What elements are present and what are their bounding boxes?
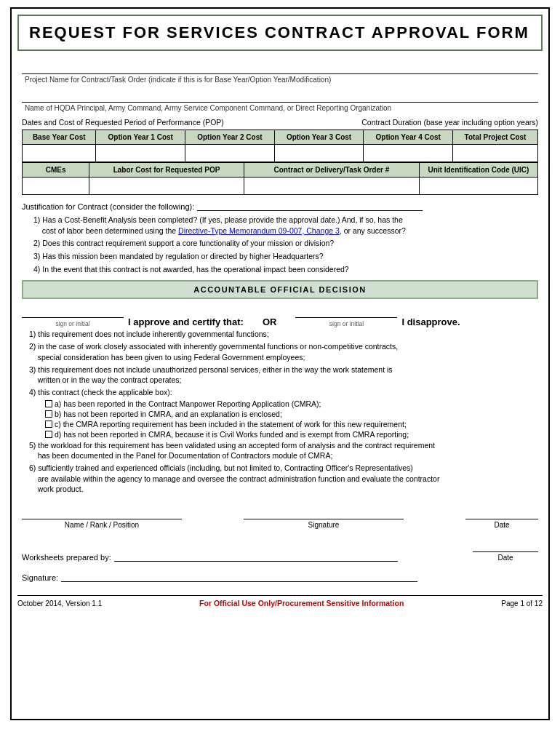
labor-cost-header: Labor Cost for Requested POP	[89, 163, 244, 178]
checkbox-d-label: d) has not been reported in CMRA, becaus…	[55, 430, 409, 439]
date-group: Date	[465, 506, 538, 529]
title-box: REQUEST FOR SERVICES CONTRACT APPROVAL F…	[17, 15, 543, 51]
checkbox-item-a: a) has been reported in the Contract Man…	[45, 399, 538, 408]
worksheets-input[interactable]	[114, 549, 398, 562]
cost-header-total: Total Project Cost	[452, 130, 537, 145]
justification-item-1: 1) Has a Cost-Benefit Analysis been comp…	[33, 215, 538, 236]
justification-section: Justification for Contract (consider the…	[22, 201, 538, 274]
project-name-section: Project Name for Contract/Task Order (in…	[22, 61, 538, 84]
total-cost-cell[interactable]	[452, 145, 537, 162]
sig-input2[interactable]	[61, 569, 417, 582]
hqda-section: Name of HQDA Principal, Army Command, Ar…	[22, 89, 538, 112]
justification-items: 1) Has a Cost-Benefit Analysis been comp…	[22, 215, 538, 274]
worksheets-date-label: Date	[473, 554, 538, 562]
checkbox-a-label: a) has been reported in the Contract Man…	[55, 399, 321, 408]
approve-text: I approve and certify that:	[128, 316, 244, 327]
name-rank-field[interactable]	[22, 506, 182, 519]
justification-item-2: 2) Does this contract requirement suppor…	[33, 238, 538, 249]
justification-item-4: 4) In the event that this contract is no…	[33, 264, 538, 275]
oy1-cost-cell[interactable]	[96, 145, 185, 162]
checkbox-c-label: c) the CMRA reporting requirement has be…	[55, 420, 407, 429]
uic-cell[interactable]	[419, 178, 537, 195]
checkbox-item-b: b) has not been reported in CMRA, and an…	[45, 410, 538, 418]
disapprove-sign-line[interactable]	[295, 305, 397, 318]
worksheets-date-group: Date	[473, 539, 538, 562]
sig-label2: Signature:	[22, 573, 58, 582]
checkbox-a[interactable]	[45, 400, 52, 407]
sig-row2: Signature:	[22, 569, 538, 582]
project-name-label: Project Name for Contract/Task Order (in…	[25, 76, 538, 84]
checkbox-c[interactable]	[45, 421, 52, 428]
disapprove-sign-label: sign or initial	[295, 320, 397, 327]
or-text: OR	[263, 316, 277, 327]
cert-item-5: 5) the workload for this requirement has…	[29, 440, 538, 461]
labor-cost-cell[interactable]	[89, 178, 244, 195]
checkbox-group: a) has been reported in the Contract Man…	[29, 399, 538, 439]
oy3-cost-cell[interactable]	[274, 145, 364, 162]
hqda-input[interactable]	[22, 89, 538, 103]
date-field[interactable]	[465, 506, 538, 519]
cost-header-base: Base Year Cost	[23, 130, 96, 145]
name-rank-group: Name / Rank / Position	[22, 506, 182, 529]
worksheets-label: Worksheets prepared by:	[22, 553, 111, 562]
cost-header-oy2: Option Year 2 Cost	[185, 130, 275, 145]
signature-label: Signature	[244, 521, 404, 529]
oy2-cost-cell[interactable]	[185, 145, 275, 162]
name-rank-label: Name / Rank / Position	[22, 521, 182, 529]
footer-right: Page 1 of 12	[501, 599, 543, 607]
checkbox-item-c: c) the CMRA reporting requirement has be…	[45, 420, 538, 429]
footer-center: For Official Use Only/Procurement Sensit…	[199, 599, 404, 607]
cost-header-oy3: Option Year 3 Cost	[274, 130, 364, 145]
date-label: Date	[465, 521, 538, 529]
footer: October 2014, Version 1.1 For Official U…	[17, 595, 543, 607]
disapprove-text: I disapprove.	[401, 316, 460, 327]
cost-header-oy4: Option Year 4 Cost	[364, 130, 453, 145]
worksheets-row: Worksheets prepared by: Date	[22, 539, 538, 562]
checkbox-item-d: d) has not been reported in CMRA, becaus…	[45, 430, 538, 439]
justification-label: Justification for Contract (consider the…	[22, 202, 194, 211]
cost-table-row	[23, 145, 538, 162]
cert-item-1: 1) this requirement does not include inh…	[29, 329, 538, 340]
signature-field[interactable]	[244, 506, 404, 519]
cert-item-3: 3) this requirement does not include una…	[29, 364, 538, 386]
checkbox-d[interactable]	[45, 431, 52, 438]
contract-delivery-cell[interactable]	[244, 178, 419, 195]
directive-link[interactable]: Directive-Type Memorandum 09-007, Change…	[178, 226, 340, 235]
page: REQUEST FOR SERVICES CONTRACT APPROVAL F…	[0, 0, 560, 745]
contract-delivery-header: Contract or Delivery/Task Order #	[244, 163, 419, 178]
form-body: Project Name for Contract/Task Order (in…	[17, 58, 543, 585]
oy4-cost-cell[interactable]	[364, 145, 453, 162]
contract-duration-label: Contract Duration (base year including o…	[361, 118, 538, 127]
hqda-label: Name of HQDA Principal, Army Command, Ar…	[25, 104, 538, 112]
cmes-header: CMEs	[23, 163, 89, 178]
cmes-table: CMEs Labor Cost for Requested POP Contra…	[22, 162, 538, 195]
approve-sign-group: sign or initial	[22, 305, 124, 327]
dates-label: Dates and Cost of Requested Period of Pe…	[22, 118, 224, 127]
cmes-table-row	[23, 178, 538, 195]
checkbox-b[interactable]	[45, 410, 52, 418]
project-name-input[interactable]	[22, 61, 538, 74]
cert-item-6: 6) sufficiently trained and experienced …	[29, 463, 538, 495]
approve-sign-line[interactable]	[22, 305, 124, 318]
footer-left: October 2014, Version 1.1	[17, 599, 102, 607]
disapprove-sign-group: sign or initial	[295, 305, 397, 327]
uic-header: Unit Identification Code (UIC)	[419, 163, 537, 178]
approve-sign-label: sign or initial	[22, 320, 124, 327]
justification-item-3: 3) Has this mission been mandated by reg…	[33, 251, 538, 262]
signature-row: Name / Rank / Position Signature Date	[22, 506, 538, 529]
outer-border: REQUEST FOR SERVICES CONTRACT APPROVAL F…	[10, 7, 550, 720]
approve-row: sign or initial I approve and certify th…	[22, 305, 538, 327]
cert-item-2: 2) in the case of work closely associate…	[29, 341, 538, 362]
dates-header: Dates and Cost of Requested Period of Pe…	[22, 118, 538, 127]
signature-group: Signature	[244, 506, 404, 529]
accountable-title: ACCOUNTABLE OFFICIAL DECISION	[193, 285, 366, 294]
base-year-cost-cell[interactable]	[23, 145, 96, 162]
cert-item-4: 4) this contract (check the applicable b…	[29, 387, 538, 398]
accountable-box: ACCOUNTABLE OFFICIAL DECISION	[22, 280, 538, 299]
page-title: REQUEST FOR SERVICES CONTRACT APPROVAL F…	[29, 23, 531, 42]
cmes-cell[interactable]	[23, 178, 89, 195]
worksheets-date-field[interactable]	[473, 539, 538, 552]
checkbox-b-label: b) has not been reported in CMRA, and an…	[55, 410, 282, 418]
cost-table: Base Year Cost Option Year 1 Cost Option…	[22, 130, 538, 162]
cert-items: 1) this requirement does not include inh…	[22, 329, 538, 495]
